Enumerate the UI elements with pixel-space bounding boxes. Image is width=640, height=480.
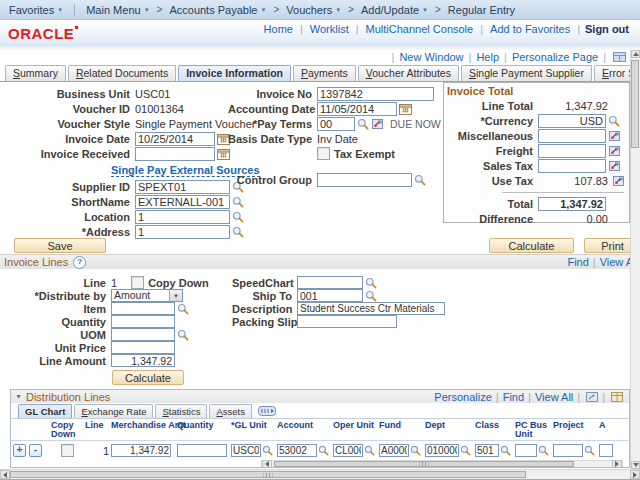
distribute-by-select[interactable]: Amount▼	[111, 289, 183, 302]
currency-field[interactable]	[538, 114, 606, 128]
scroll-down-button[interactable]	[631, 461, 640, 469]
tab-single-payment-supplier[interactable]: Single Payment Supplier	[461, 65, 592, 81]
lookup-icon[interactable]	[500, 445, 511, 456]
accounting-date-field[interactable]	[317, 102, 397, 116]
supplier-id-field[interactable]	[135, 180, 230, 194]
uom-field[interactable]	[111, 328, 175, 341]
main-menu[interactable]: Main Menu▼	[86, 4, 149, 16]
pay-terms-detail-icon[interactable]	[371, 118, 384, 130]
lookup-icon[interactable]	[365, 290, 377, 302]
sales-tax-field[interactable]	[538, 159, 606, 173]
add-to-favorites-link[interactable]: Add to Favorites	[490, 23, 570, 35]
lookup-icon[interactable]	[584, 445, 595, 456]
control-group-field[interactable]	[317, 173, 412, 187]
scroll-up-button[interactable]	[631, 50, 640, 58]
invoice-no-field[interactable]	[317, 87, 434, 101]
view-all-link[interactable]: View All	[535, 391, 573, 403]
lookup-icon[interactable]	[232, 226, 244, 238]
calendar-icon[interactable]	[399, 103, 412, 115]
lookup-icon[interactable]	[177, 303, 189, 315]
scroll-left-button[interactable]	[0, 470, 10, 479]
calculate-line-button[interactable]: Calculate	[112, 370, 184, 385]
download-grid-icon[interactable]	[611, 392, 623, 402]
tab-gl-chart[interactable]: GL Chart	[18, 404, 72, 418]
calculate-button[interactable]: Calculate	[489, 238, 574, 253]
tab-summary[interactable]: Summary	[5, 65, 66, 81]
breadcrumb-add-update[interactable]: Add/Update▼	[361, 4, 428, 16]
line-amount-field[interactable]	[111, 354, 175, 367]
invoice-date-field[interactable]	[135, 132, 215, 146]
tab-voucher-attributes[interactable]: Voucher Attributes	[358, 65, 459, 81]
location-field[interactable]	[135, 210, 230, 224]
personalize-page-link[interactable]: Personalize Page	[512, 51, 598, 63]
scrollbar-thumb[interactable]	[10, 471, 526, 478]
project-field[interactable]	[553, 444, 583, 457]
tab-payments[interactable]: Payments	[293, 65, 356, 81]
packing-slip-field[interactable]	[297, 315, 397, 328]
misc-charges-detail-icon[interactable]	[608, 130, 621, 142]
invoice-received-field[interactable]	[135, 147, 215, 161]
copy-down-checkbox[interactable]	[131, 276, 144, 289]
tab-statistics[interactable]: Statistics	[155, 404, 207, 418]
tab-related-documents[interactable]: Related Documents	[68, 65, 176, 81]
breadcrumb-vouchers[interactable]: Vouchers▼	[286, 4, 341, 16]
multichannel-console-link[interactable]: MultiChannel Console	[366, 23, 474, 35]
address-field[interactable]	[135, 225, 230, 239]
lookup-icon[interactable]	[318, 445, 329, 456]
home-link[interactable]: Home	[264, 23, 293, 35]
oper-unit-field[interactable]	[333, 444, 363, 457]
use-tax-detail-icon[interactable]	[612, 175, 625, 187]
shortname-field[interactable]	[135, 195, 230, 209]
freight-detail-icon[interactable]	[608, 145, 621, 157]
fund-field[interactable]	[379, 444, 409, 457]
gl-unit-field[interactable]	[231, 444, 261, 457]
lookup-icon[interactable]	[232, 196, 244, 208]
delete-row-button[interactable]: -	[29, 444, 42, 457]
item-field[interactable]	[111, 302, 175, 315]
zoom-grid-icon[interactable]	[586, 392, 598, 402]
sign-out-link[interactable]: Sign out	[585, 23, 629, 35]
scrollbar-thumb[interactable]	[274, 461, 574, 467]
add-row-button[interactable]: +	[13, 444, 26, 457]
breadcrumb-accounts-payable[interactable]: Accounts Payable▼	[169, 4, 266, 16]
new-window-link[interactable]: New Window	[399, 51, 463, 63]
lookup-icon[interactable]	[262, 445, 273, 456]
save-button[interactable]: Save	[14, 238, 106, 253]
find-link[interactable]: Find	[567, 256, 588, 268]
dept-field[interactable]	[425, 444, 459, 457]
grid-horizontal-scrollbar[interactable]	[261, 460, 623, 468]
help-icon[interactable]: ?	[73, 256, 86, 269]
help-link[interactable]: Help	[476, 51, 499, 63]
tax-exempt-checkbox[interactable]	[317, 147, 330, 160]
lookup-icon[interactable]	[357, 118, 369, 130]
scrollbar-track[interactable]	[631, 148, 640, 461]
show-all-columns-icon[interactable]	[258, 406, 276, 416]
truncated-field[interactable]	[599, 444, 613, 457]
page-horizontal-scrollbar[interactable]	[0, 469, 640, 479]
row-copy-down-checkbox[interactable]	[61, 444, 74, 457]
lookup-icon[interactable]	[414, 174, 426, 186]
pay-terms-field[interactable]	[317, 117, 355, 131]
worklist-link[interactable]: Worklist	[310, 23, 349, 35]
personalize-page-icon[interactable]	[613, 52, 626, 62]
pc-bus-unit-field[interactable]	[515, 444, 537, 457]
find-link[interactable]: Find	[503, 391, 524, 403]
ship-to-field[interactable]	[297, 289, 363, 302]
scroll-left-button[interactable]	[262, 460, 272, 468]
description-field[interactable]	[297, 302, 445, 315]
page-vertical-scrollbar[interactable]	[630, 50, 640, 469]
freight-field[interactable]	[538, 144, 606, 158]
quantity-field[interactable]	[111, 315, 175, 328]
merchandise-amt-field[interactable]	[111, 444, 171, 457]
personalize-link[interactable]: Personalize	[434, 391, 491, 403]
favorites-menu[interactable]: Favorites▼	[9, 4, 63, 16]
lookup-icon[interactable]	[410, 445, 421, 456]
speedchart-field[interactable]	[297, 276, 363, 289]
total-field[interactable]	[538, 197, 606, 211]
lookup-icon[interactable]	[538, 445, 549, 456]
lookup-icon[interactable]	[364, 445, 375, 456]
lookup-icon[interactable]	[608, 115, 620, 127]
account-field[interactable]	[277, 444, 317, 457]
lookup-icon[interactable]	[177, 329, 189, 341]
scroll-right-button[interactable]	[612, 460, 622, 468]
